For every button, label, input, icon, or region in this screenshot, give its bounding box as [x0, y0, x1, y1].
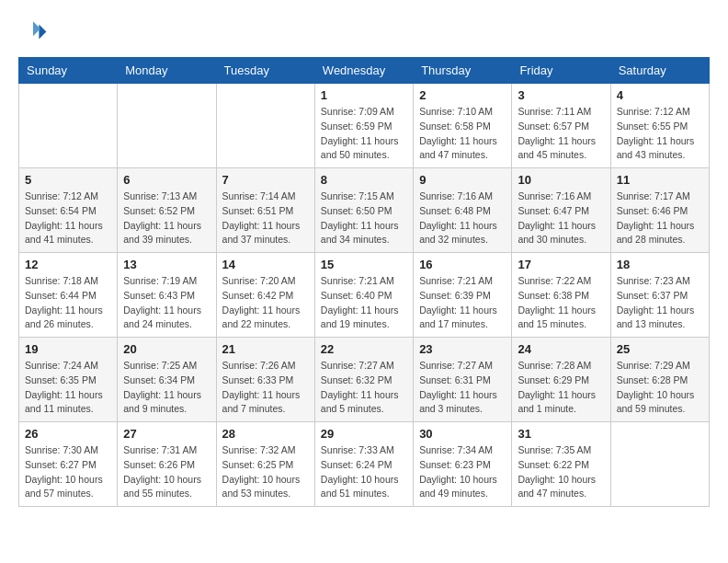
day-info: Sunrise: 7:24 AM Sunset: 6:35 PM Dayligh… [25, 359, 111, 417]
day-number: 4 [617, 88, 703, 102]
calendar-cell: 26Sunrise: 7:30 AM Sunset: 6:27 PM Dayli… [19, 422, 118, 507]
day-info: Sunrise: 7:21 AM Sunset: 6:39 PM Dayligh… [419, 274, 506, 332]
day-info: Sunrise: 7:31 AM Sunset: 6:26 PM Dayligh… [123, 443, 210, 501]
calendar-cell [19, 84, 118, 168]
calendar-cell [216, 84, 314, 168]
calendar-cell [610, 422, 709, 507]
day-number: 29 [321, 427, 407, 441]
weekday-header-saturday: Saturday [610, 58, 709, 84]
calendar-cell: 31Sunrise: 7:35 AM Sunset: 6:22 PM Dayli… [512, 422, 610, 507]
calendar-body: 1Sunrise: 7:09 AM Sunset: 6:59 PM Daylig… [19, 84, 710, 507]
calendar-cell: 19Sunrise: 7:24 AM Sunset: 6:35 PM Dayli… [19, 338, 118, 422]
day-number: 3 [518, 88, 604, 102]
day-info: Sunrise: 7:27 AM Sunset: 6:31 PM Dayligh… [419, 359, 506, 417]
day-number: 27 [123, 427, 210, 441]
calendar-cell: 8Sunrise: 7:15 AM Sunset: 6:50 PM Daylig… [314, 168, 413, 253]
day-info: Sunrise: 7:12 AM Sunset: 6:55 PM Dayligh… [617, 105, 703, 163]
weekday-header-monday: Monday [118, 58, 216, 84]
weekday-header-sunday: Sunday [19, 58, 118, 84]
day-number: 13 [123, 258, 210, 271]
day-info: Sunrise: 7:11 AM Sunset: 6:57 PM Dayligh… [518, 105, 604, 163]
day-info: Sunrise: 7:13 AM Sunset: 6:52 PM Dayligh… [123, 190, 210, 247]
calendar-cell: 12Sunrise: 7:18 AM Sunset: 6:44 PM Dayli… [19, 253, 118, 338]
calendar-week-1: 1Sunrise: 7:09 AM Sunset: 6:59 PM Daylig… [19, 84, 710, 168]
day-info: Sunrise: 7:14 AM Sunset: 6:51 PM Dayligh… [222, 190, 309, 247]
day-number: 17 [518, 258, 604, 271]
calendar-cell: 29Sunrise: 7:33 AM Sunset: 6:24 PM Dayli… [314, 422, 413, 507]
calendar-week-5: 26Sunrise: 7:30 AM Sunset: 6:27 PM Dayli… [19, 422, 710, 507]
calendar-cell: 24Sunrise: 7:28 AM Sunset: 6:29 PM Dayli… [512, 338, 610, 422]
calendar-cell: 18Sunrise: 7:23 AM Sunset: 6:37 PM Dayli… [610, 253, 709, 338]
day-info: Sunrise: 7:21 AM Sunset: 6:40 PM Dayligh… [321, 274, 407, 332]
calendar-cell: 28Sunrise: 7:32 AM Sunset: 6:25 PM Dayli… [216, 422, 314, 507]
day-info: Sunrise: 7:15 AM Sunset: 6:50 PM Dayligh… [321, 190, 407, 247]
day-info: Sunrise: 7:20 AM Sunset: 6:42 PM Dayligh… [222, 274, 309, 332]
weekday-header-tuesday: Tuesday [216, 58, 314, 84]
day-number: 20 [123, 342, 210, 356]
calendar-cell: 27Sunrise: 7:31 AM Sunset: 6:26 PM Dayli… [118, 422, 216, 507]
day-info: Sunrise: 7:18 AM Sunset: 6:44 PM Dayligh… [25, 274, 111, 332]
day-info: Sunrise: 7:34 AM Sunset: 6:23 PM Dayligh… [419, 443, 506, 501]
day-info: Sunrise: 7:23 AM Sunset: 6:37 PM Dayligh… [617, 274, 703, 332]
day-number: 12 [25, 258, 111, 271]
logo-icon [18, 18, 48, 48]
calendar-cell: 7Sunrise: 7:14 AM Sunset: 6:51 PM Daylig… [216, 168, 314, 253]
calendar-cell: 4Sunrise: 7:12 AM Sunset: 6:55 PM Daylig… [610, 84, 709, 168]
day-number: 24 [518, 342, 604, 356]
calendar-cell: 10Sunrise: 7:16 AM Sunset: 6:47 PM Dayli… [512, 168, 610, 253]
day-number: 31 [518, 427, 604, 441]
calendar-cell: 16Sunrise: 7:21 AM Sunset: 6:39 PM Dayli… [414, 253, 512, 338]
calendar-cell: 6Sunrise: 7:13 AM Sunset: 6:52 PM Daylig… [118, 168, 216, 253]
day-info: Sunrise: 7:28 AM Sunset: 6:29 PM Dayligh… [518, 359, 604, 417]
calendar-cell: 15Sunrise: 7:21 AM Sunset: 6:40 PM Dayli… [314, 253, 413, 338]
calendar-week-3: 12Sunrise: 7:18 AM Sunset: 6:44 PM Dayli… [19, 253, 710, 338]
day-info: Sunrise: 7:33 AM Sunset: 6:24 PM Dayligh… [321, 443, 407, 501]
day-info: Sunrise: 7:35 AM Sunset: 6:22 PM Dayligh… [518, 443, 604, 501]
day-number: 5 [25, 173, 111, 187]
day-number: 8 [321, 173, 407, 187]
calendar-cell: 2Sunrise: 7:10 AM Sunset: 6:58 PM Daylig… [414, 84, 512, 168]
svg-marker-0 [39, 24, 46, 39]
day-info: Sunrise: 7:27 AM Sunset: 6:32 PM Dayligh… [321, 359, 407, 417]
calendar-week-4: 19Sunrise: 7:24 AM Sunset: 6:35 PM Dayli… [19, 338, 710, 422]
weekday-header-thursday: Thursday [414, 58, 512, 84]
calendar-cell: 9Sunrise: 7:16 AM Sunset: 6:48 PM Daylig… [414, 168, 512, 253]
calendar-cell: 5Sunrise: 7:12 AM Sunset: 6:54 PM Daylig… [19, 168, 118, 253]
day-number: 30 [419, 427, 506, 441]
day-number: 25 [617, 342, 703, 356]
calendar-cell: 23Sunrise: 7:27 AM Sunset: 6:31 PM Dayli… [414, 338, 512, 422]
day-info: Sunrise: 7:30 AM Sunset: 6:27 PM Dayligh… [25, 443, 111, 501]
day-info: Sunrise: 7:12 AM Sunset: 6:54 PM Dayligh… [25, 190, 111, 247]
day-number: 6 [123, 173, 210, 187]
day-number: 22 [321, 342, 407, 356]
day-info: Sunrise: 7:32 AM Sunset: 6:25 PM Dayligh… [222, 443, 309, 501]
day-number: 10 [518, 173, 604, 187]
day-number: 21 [222, 342, 309, 356]
weekday-header-wednesday: Wednesday [314, 58, 413, 84]
day-number: 14 [222, 258, 309, 271]
calendar-table: SundayMondayTuesdayWednesdayThursdayFrid… [18, 57, 710, 507]
day-number: 15 [321, 258, 407, 271]
day-number: 1 [321, 88, 407, 102]
calendar-header: SundayMondayTuesdayWednesdayThursdayFrid… [19, 58, 710, 84]
calendar-cell: 25Sunrise: 7:29 AM Sunset: 6:28 PM Dayli… [610, 338, 709, 422]
weekday-header-friday: Friday [512, 58, 610, 84]
day-number: 7 [222, 173, 309, 187]
day-info: Sunrise: 7:19 AM Sunset: 6:43 PM Dayligh… [123, 274, 210, 332]
day-info: Sunrise: 7:26 AM Sunset: 6:33 PM Dayligh… [222, 359, 309, 417]
calendar-cell [118, 84, 216, 168]
day-number: 23 [419, 342, 506, 356]
calendar-cell: 17Sunrise: 7:22 AM Sunset: 6:38 PM Dayli… [512, 253, 610, 338]
day-info: Sunrise: 7:22 AM Sunset: 6:38 PM Dayligh… [518, 274, 604, 332]
calendar-cell: 3Sunrise: 7:11 AM Sunset: 6:57 PM Daylig… [512, 84, 610, 168]
calendar-cell: 21Sunrise: 7:26 AM Sunset: 6:33 PM Dayli… [216, 338, 314, 422]
calendar-cell: 1Sunrise: 7:09 AM Sunset: 6:59 PM Daylig… [314, 84, 413, 168]
day-info: Sunrise: 7:29 AM Sunset: 6:28 PM Dayligh… [617, 359, 703, 417]
calendar-cell: 22Sunrise: 7:27 AM Sunset: 6:32 PM Dayli… [314, 338, 413, 422]
day-info: Sunrise: 7:25 AM Sunset: 6:34 PM Dayligh… [123, 359, 210, 417]
calendar-cell: 14Sunrise: 7:20 AM Sunset: 6:42 PM Dayli… [216, 253, 314, 338]
page-header [18, 18, 710, 48]
weekday-header-row: SundayMondayTuesdayWednesdayThursdayFrid… [19, 58, 710, 84]
day-number: 28 [222, 427, 309, 441]
calendar-cell: 13Sunrise: 7:19 AM Sunset: 6:43 PM Dayli… [118, 253, 216, 338]
